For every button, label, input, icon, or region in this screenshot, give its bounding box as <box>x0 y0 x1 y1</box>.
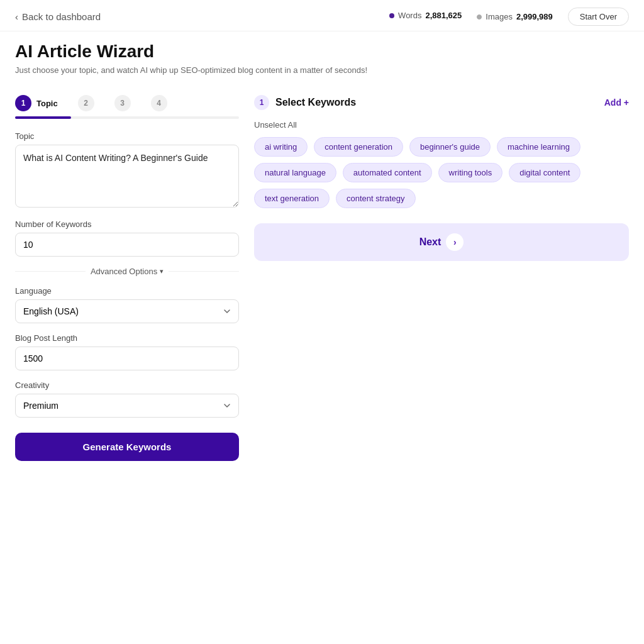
steps-row: 1 Topic 2 3 4 <box>15 95 239 111</box>
keyword-chip[interactable]: text generation <box>254 189 330 208</box>
words-label: Words <box>398 11 421 20</box>
top-bar: ‹ Back to dashboard Words 2,881,625 Imag… <box>0 0 644 31</box>
page-title: AI Article Wizard <box>15 42 629 62</box>
keywords-step-badge: 1 <box>254 95 269 110</box>
words-dot-icon <box>389 13 394 18</box>
next-chevron-icon: › <box>446 233 464 251</box>
content-area: 1 Topic 2 3 4 Topic What is AI Content W… <box>0 80 644 461</box>
step-2[interactable]: 2 <box>78 95 94 111</box>
next-label: Next <box>419 236 441 248</box>
add-keyword-button[interactable]: Add + <box>604 97 629 108</box>
creativity-field-group: Creativity Premium Standard Economy <box>15 380 239 418</box>
advanced-options-label: Advanced Options <box>91 267 157 276</box>
keyword-chip[interactable]: ai writing <box>254 137 308 157</box>
topic-label: Topic <box>15 131 239 141</box>
blog-length-input[interactable] <box>15 347 239 370</box>
blog-length-label: Blog Post Length <box>15 333 239 343</box>
next-button[interactable]: Next › <box>254 223 629 261</box>
language-field-group: Language English (USA) Spanish French Ge… <box>15 286 239 323</box>
step-3[interactable]: 3 <box>114 95 131 111</box>
language-label: Language <box>15 286 239 296</box>
words-value: 2,881,625 <box>425 11 462 20</box>
keywords-header: 1 Select Keywords Add + <box>254 95 629 110</box>
words-stat: Words 2,881,625 <box>389 11 462 23</box>
generate-keywords-button[interactable]: Generate Keywords <box>15 433 239 461</box>
topic-textarea[interactable]: What is AI Content Writing? A Beginner's… <box>15 145 239 208</box>
keywords-grid: ai writingcontent generationbeginner's g… <box>254 137 629 208</box>
creativity-select[interactable]: Premium Standard Economy <box>15 394 239 418</box>
step-3-circle: 3 <box>114 95 131 111</box>
keywords-title: Select Keywords <box>275 97 356 108</box>
keyword-count-input[interactable] <box>15 233 239 257</box>
back-label: Back to dashboard <box>22 11 101 22</box>
images-value: 2,999,989 <box>516 12 553 21</box>
keyword-count-label: Number of Keywords <box>15 219 239 229</box>
page-subtitle: Just choose your topic, and watch AI whi… <box>15 65 629 75</box>
stats-area: Words 2,881,625 Images 2,999,989 Start O… <box>389 8 629 26</box>
start-over-button[interactable]: Start Over <box>568 8 629 26</box>
blog-length-field-group: Blog Post Length <box>15 333 239 370</box>
topic-field-group: Topic What is AI Content Writing? A Begi… <box>15 131 239 209</box>
step-2-circle: 2 <box>78 95 94 111</box>
images-stat: Images 2,999,989 <box>477 12 552 21</box>
images-dot-icon <box>477 14 482 19</box>
back-to-dashboard-link[interactable]: ‹ Back to dashboard <box>15 11 101 22</box>
step-1[interactable]: 1 Topic <box>15 95 58 111</box>
unselect-all-button[interactable]: Unselect All <box>254 120 629 130</box>
keyword-chip[interactable]: digital content <box>509 163 580 182</box>
left-panel: 1 Topic 2 3 4 Topic What is AI Content W… <box>15 95 254 461</box>
keyword-chip[interactable]: natural language <box>254 163 336 182</box>
language-select[interactable]: English (USA) Spanish French German <box>15 299 239 323</box>
keyword-chip[interactable]: content generation <box>314 137 403 157</box>
adv-divider-left <box>15 271 86 272</box>
keyword-chip[interactable]: writing tools <box>438 163 503 182</box>
keyword-chip[interactable]: machine learning <box>497 137 580 157</box>
keywords-title-area: 1 Select Keywords <box>254 95 356 110</box>
step-1-circle: 1 <box>15 95 31 111</box>
adv-divider-right <box>169 271 239 272</box>
creativity-label: Creativity <box>15 380 239 390</box>
images-label: Images <box>486 12 513 21</box>
back-chevron-icon: ‹ <box>15 11 18 22</box>
keyword-chip[interactable]: automated content <box>343 163 432 182</box>
advanced-chevron-icon: ▾ <box>160 267 164 275</box>
right-panel: 1 Select Keywords Add + Unselect All ai … <box>254 95 629 461</box>
step-4-circle: 4 <box>151 95 167 111</box>
keyword-chip[interactable]: beginner's guide <box>409 137 491 157</box>
advanced-options-row: Advanced Options ▾ <box>15 267 239 276</box>
keyword-count-field-group: Number of Keywords <box>15 219 239 257</box>
main-header: AI Article Wizard Just choose your topic… <box>0 31 644 80</box>
keyword-chip[interactable]: content strategy <box>336 189 416 208</box>
step-progress-fill <box>15 116 71 119</box>
advanced-options-toggle[interactable]: Advanced Options ▾ <box>91 267 164 276</box>
step-progress-bar <box>15 116 239 119</box>
step-4[interactable]: 4 <box>151 95 167 111</box>
step-1-label: Topic <box>36 99 58 108</box>
